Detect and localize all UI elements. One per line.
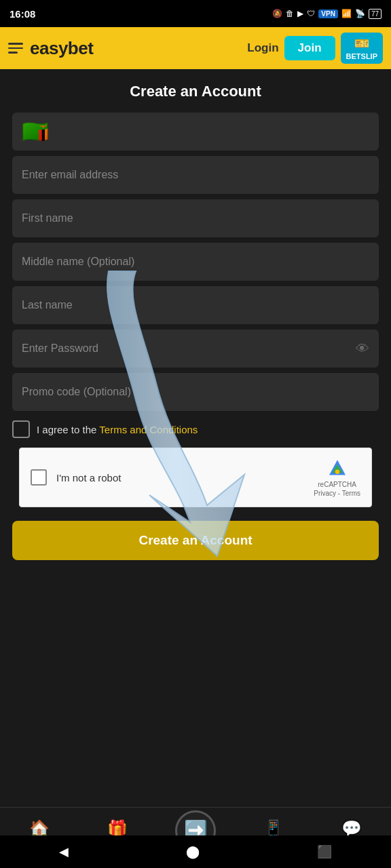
main-content: Create an Account 🇿🇲 👁 I agree to the Te… xyxy=(0,69,391,667)
system-nav: ◀ ⬤ ⬛ xyxy=(0,835,391,868)
create-account-button[interactable]: Create an Account xyxy=(12,521,379,560)
middlename-field[interactable] xyxy=(12,243,379,281)
betslip-button[interactable]: 🎫 BETSLIP xyxy=(341,33,383,64)
recaptcha-label: I'm not a robot xyxy=(56,472,121,484)
terms-row: I agree to the Terms and Conditions xyxy=(12,420,379,438)
country-selector[interactable]: 🇿🇲 xyxy=(12,113,379,151)
recaptcha-left: I'm not a robot xyxy=(31,469,121,486)
betslip-label: BETSLIP xyxy=(346,52,377,60)
lastname-field[interactable] xyxy=(12,286,379,324)
battery-icon: 77 xyxy=(369,9,381,19)
wifi-icon: 📡 xyxy=(355,9,365,18)
recaptcha-links: Privacy - Terms xyxy=(314,490,360,497)
status-bar: 16:08 🔕 🗑 ▶ 🛡 VPN 📶 📡 77 xyxy=(0,0,391,27)
recaptcha-box[interactable]: I'm not a robot reCAPTCHA Privacy - Term… xyxy=(19,448,372,507)
status-icons: 🔕 🗑 ▶ 🛡 VPN 📶 📡 77 xyxy=(272,9,381,19)
recaptcha-logo-icon xyxy=(327,458,348,479)
lastname-input[interactable] xyxy=(22,299,369,311)
betslip-icon: 🎫 xyxy=(354,36,369,51)
header-left: easybet xyxy=(8,38,93,59)
password-input[interactable] xyxy=(22,342,369,355)
youtube-icon: ▶ xyxy=(297,9,303,18)
recent-button[interactable]: ⬛ xyxy=(317,844,332,859)
page-title: Create an Account xyxy=(12,83,379,100)
promo-field[interactable] xyxy=(12,373,379,411)
notification-icon: 🔕 xyxy=(272,9,282,18)
menu-icon[interactable] xyxy=(8,43,23,54)
terms-link[interactable]: Terms and Conditions xyxy=(99,424,198,435)
signal-icon: 📶 xyxy=(341,9,352,18)
login-button[interactable]: Login xyxy=(247,41,278,55)
toggle-password-icon[interactable]: 👁 xyxy=(356,341,369,357)
middlename-input[interactable] xyxy=(22,256,369,268)
join-header-button[interactable]: Join xyxy=(284,36,335,60)
password-field[interactable]: 👁 xyxy=(12,330,379,368)
status-time: 16:08 xyxy=(10,8,35,20)
header: easybet Login Join 🎫 BETSLIP xyxy=(0,27,391,69)
trash-icon: 🗑 xyxy=(286,9,294,18)
email-field[interactable] xyxy=(12,156,379,194)
email-input[interactable] xyxy=(22,169,369,181)
shield-icon: 🛡 xyxy=(307,9,315,18)
recaptcha-right: reCAPTCHA Privacy - Terms xyxy=(314,458,360,497)
svg-point-0 xyxy=(335,470,339,474)
promo-input[interactable] xyxy=(22,386,369,398)
logo-bet: bet xyxy=(68,38,94,58)
recaptcha-brand-text: reCAPTCHA xyxy=(318,481,356,488)
terms-text: I agree to the Terms and Conditions xyxy=(37,424,198,435)
firstname-field[interactable] xyxy=(12,199,379,237)
vpn-badge: VPN xyxy=(318,9,338,18)
logo-easy: easy xyxy=(30,38,68,58)
terms-checkbox[interactable] xyxy=(12,420,30,438)
back-button[interactable]: ◀ xyxy=(59,844,69,859)
flag-icon: 🇿🇲 xyxy=(22,119,49,144)
firstname-input[interactable] xyxy=(22,212,369,224)
recaptcha-checkbox[interactable] xyxy=(31,469,47,486)
home-button[interactable]: ⬤ xyxy=(186,844,200,859)
logo[interactable]: easybet xyxy=(30,38,93,59)
header-right: Login Join 🎫 BETSLIP xyxy=(247,33,383,64)
